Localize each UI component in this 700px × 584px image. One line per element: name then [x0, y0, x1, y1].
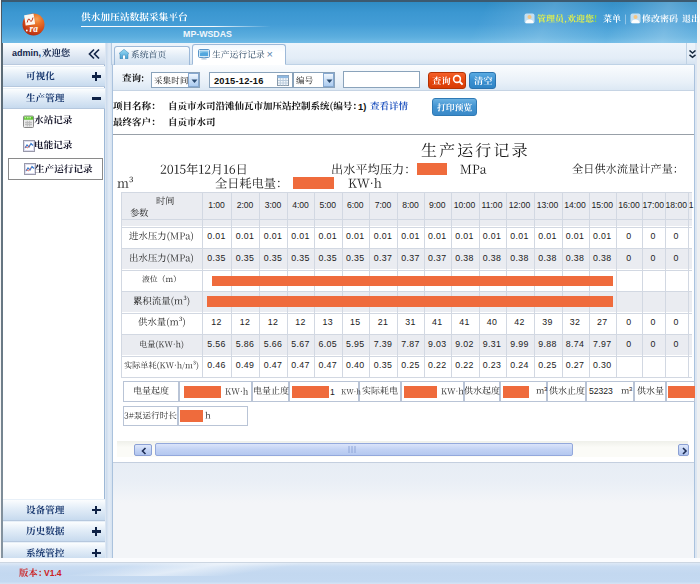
svg-text:ra: ra [30, 24, 39, 34]
